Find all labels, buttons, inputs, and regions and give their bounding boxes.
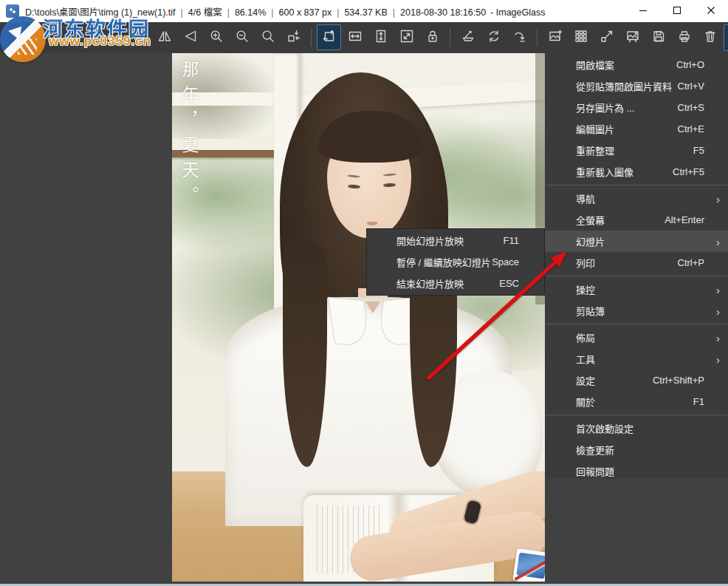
photo-caption-text: 那年，夏天。 <box>176 61 201 268</box>
convert-image-button[interactable] <box>507 24 532 50</box>
menu-item-label: 重新整理 <box>576 143 693 157</box>
menu-item-shortcut: ESC <box>499 278 519 289</box>
title-separator: | <box>181 7 183 18</box>
zoom-out-button[interactable] <box>230 24 254 50</box>
minimize-button[interactable] <box>626 0 660 22</box>
close-button[interactable] <box>694 0 728 22</box>
menu-item-refresh[interactable]: 重新整理F5 <box>545 140 728 161</box>
convert-image-icon <box>512 29 527 47</box>
refresh-icon <box>487 29 501 47</box>
menu-item-save-image-as[interactable]: 另存圖片為 ...Ctrl+S <box>545 97 728 118</box>
menu-item-start-slideshow[interactable]: 開始幻燈片放映F11 <box>367 230 544 251</box>
watermark-logo <box>0 16 46 62</box>
menu-item-about[interactable]: 關於F1 <box>545 391 728 412</box>
title-separator: | <box>337 7 339 18</box>
menu-item-check-for-update[interactable]: 檢查更新 <box>545 439 728 460</box>
full-screen-button[interactable] <box>594 24 619 50</box>
delete-image-icon <box>703 29 718 47</box>
scale-to-height-button[interactable] <box>368 24 393 50</box>
thumbnail-bar-icon <box>574 29 588 47</box>
menu-item-shortcut: F1 <box>693 396 704 407</box>
menu-item-first-launch-settings[interactable]: 首次啟動設定 <box>545 418 728 439</box>
title-segment: 600 x 837 px <box>279 7 332 18</box>
app-icon[interactable] <box>6 4 19 18</box>
scale-to-width-button[interactable] <box>343 24 367 50</box>
imageglass-window: D:\tools\桌面\图片\timg (1)_new(1).tif|4/6 檔… <box>0 0 728 586</box>
toolbar-separator <box>311 29 312 47</box>
menu-item-label: 重新載入圖像 <box>576 165 673 179</box>
scale-to-fit-button[interactable] <box>281 24 306 50</box>
menu-item-shortcut: F5 <box>693 145 704 156</box>
menu-item-label: 回報問題 <box>576 464 704 478</box>
menu-item-manipulation[interactable]: 操控› <box>545 279 728 300</box>
menu-item-report-issue[interactable]: 回報問題 <box>545 460 728 482</box>
slideshow-icon <box>625 29 640 47</box>
maximize-button[interactable] <box>660 0 694 22</box>
menu-item-clipboard[interactable]: 剪貼簿› <box>545 300 728 321</box>
menu-item-open-file[interactable]: 開啟檔案Ctrl+O <box>545 54 728 75</box>
menu-item-slideshow[interactable]: 幻燈片› <box>545 231 728 252</box>
title-segment: 86.14% <box>235 7 266 18</box>
menu-item-label: 幻燈片 <box>576 234 704 248</box>
menu-item-label: 列印 <box>576 256 678 270</box>
menu-item-edit-image[interactable]: 編輯圖片Ctrl+E <box>545 118 728 140</box>
auto-zoom-button[interactable] <box>317 24 341 50</box>
menu-item-full-screen[interactable]: 全螢幕Alt+Enter <box>545 209 728 231</box>
menu-item-open-from-clipboard[interactable]: 從剪貼簿開啟圖片資料Ctrl+V <box>545 75 728 97</box>
lock-zoom-icon <box>425 29 440 47</box>
title-app-name: - ImageGlass <box>490 7 545 18</box>
menu-item-label: 關於 <box>576 395 693 409</box>
lock-zoom-button[interactable] <box>420 24 444 50</box>
menu-item-label: 導航 <box>576 191 704 205</box>
actual-size-button[interactable] <box>255 24 280 50</box>
menu-item-pause-resume-slideshow[interactable]: 暫停 / 繼續放映幻燈片Space <box>367 251 544 273</box>
zoom-in-icon <box>209 29 224 47</box>
flip-horizontal-button[interactable] <box>152 24 176 50</box>
auto-zoom-icon <box>322 29 337 47</box>
flip-horizontal-icon <box>157 29 172 47</box>
checkerboard-icon <box>548 29 563 47</box>
menu-separator <box>546 276 727 276</box>
menu-item-shortcut: Ctrl+O <box>676 59 704 70</box>
menu-item-tools[interactable]: 工具› <box>545 348 728 369</box>
menu-item-layout[interactable]: 佈局› <box>545 327 728 348</box>
toolbar-separator <box>450 29 450 47</box>
minimize-icon <box>639 6 648 17</box>
zoom-out-icon <box>235 29 250 47</box>
menu-item-exit-slideshow[interactable]: 結束幻燈片放映ESC <box>367 273 544 294</box>
delete-image-button[interactable] <box>698 24 722 50</box>
menu-separator <box>546 185 727 185</box>
save-image-button[interactable] <box>646 24 670 50</box>
print-image-button[interactable] <box>672 24 696 50</box>
menu-item-label: 首次啟動設定 <box>576 421 704 435</box>
refresh-button[interactable] <box>481 24 506 50</box>
title-segment: 2018-08-30 18:16:50 <box>400 7 486 18</box>
flip-vertical-button[interactable] <box>178 24 202 50</box>
main-menu-button[interactable] <box>724 24 728 51</box>
title-segment: 534.37 KB <box>344 7 387 18</box>
menu-item-label: 開始幻燈片放映 <box>396 234 504 248</box>
menu-item-navigation[interactable]: 導航› <box>545 188 728 209</box>
slideshow-button[interactable] <box>620 24 645 50</box>
menu-item-label: 佈局 <box>576 330 704 344</box>
title-separator: | <box>227 7 230 18</box>
checkerboard-button[interactable] <box>543 24 567 50</box>
menu-item-label: 結束幻燈片放映 <box>396 276 499 290</box>
main-menu-popup: 開啟檔案Ctrl+O從剪貼簿開啟圖片資料Ctrl+V另存圖片為 ...Ctrl+… <box>545 52 728 479</box>
menu-item-reload-image[interactable]: 重新載入圖像Ctrl+F5 <box>545 161 728 183</box>
zoom-in-button[interactable] <box>204 24 228 50</box>
menu-item-settings[interactable]: 設定Ctrl+Shift+P <box>545 369 728 391</box>
menu-item-label: 開啟檔案 <box>576 58 676 72</box>
menu-item-shortcut: Space <box>492 256 519 268</box>
image-canvas[interactable]: 那年，夏天。 <box>172 53 545 582</box>
zoom-to-fit-button[interactable] <box>394 24 419 50</box>
menu-item-label: 暫停 / 繼續放映幻燈片 <box>396 255 492 269</box>
menu-item-label: 工具 <box>576 352 704 366</box>
menu-separator <box>546 324 727 324</box>
menu-item-print[interactable]: 列印Ctrl+P <box>545 252 728 273</box>
submenu-arrow-icon: › <box>716 332 720 343</box>
menu-item-shortcut: Ctrl+P <box>678 257 704 268</box>
scale-to-height-icon <box>374 29 388 47</box>
thumbnail-bar-button[interactable] <box>569 24 593 50</box>
edit-image-button[interactable] <box>456 24 480 50</box>
